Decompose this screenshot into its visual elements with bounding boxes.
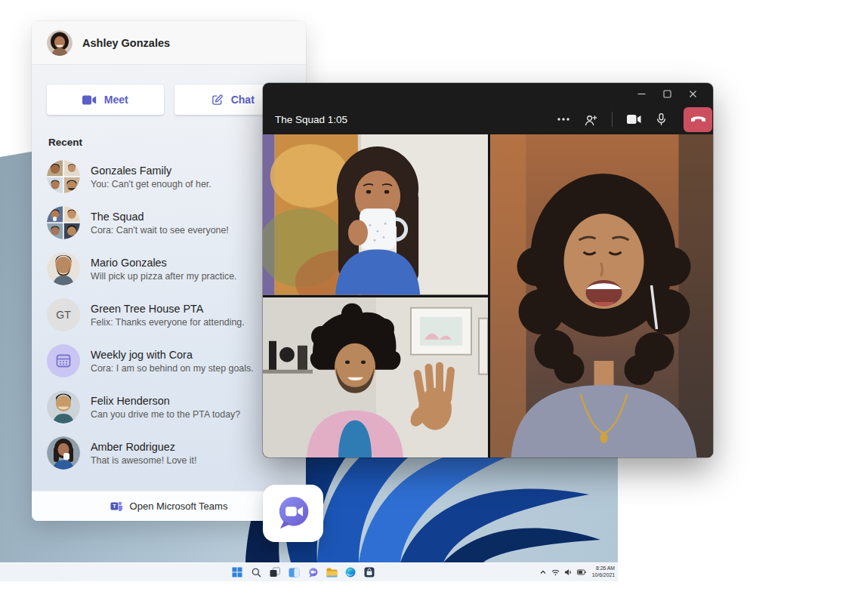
search-icon[interactable]	[250, 566, 262, 578]
battery-icon[interactable]	[577, 568, 586, 576]
clock[interactable]: 8:26 AM 10/6/2021	[591, 565, 615, 579]
panel-header: Ashley Gonzales	[32, 21, 306, 65]
video-tile-woman-with-mug[interactable]	[263, 134, 488, 295]
phone-down-icon	[691, 116, 705, 123]
user-avatar[interactable]	[47, 30, 73, 56]
video-call-window: The Squad 1:05	[263, 83, 713, 457]
wifi-icon[interactable]	[551, 568, 560, 576]
file-explorer-icon[interactable]	[326, 566, 338, 578]
taskbar: 8:26 AM 10/6/2021	[0, 562, 618, 581]
conversation-text: The Squad Cora: Can't wait to see everyo…	[91, 211, 229, 236]
chat-button-label: Chat	[231, 94, 255, 106]
user-name: Ashley Gonzales	[82, 37, 170, 49]
meet-button-label: Meet	[104, 94, 128, 106]
conversation-name: Felix Henderson	[91, 395, 240, 407]
initials-avatar: GT	[47, 298, 80, 331]
toolbar-divider	[612, 112, 613, 127]
call-controls	[553, 107, 712, 132]
maximize-icon[interactable]	[654, 85, 680, 103]
conversation-text: Amber Rodriguez That is awesome! Love it…	[91, 441, 197, 466]
group-avatar	[47, 206, 80, 239]
conversation-name: Mario Gonzales	[91, 257, 237, 269]
conversation-preview: You: Can't get enough of her.	[91, 179, 211, 189]
chat-bubble-video-icon	[274, 494, 312, 532]
tray-date: 10/6/2021	[592, 572, 615, 579]
person-avatar	[47, 390, 80, 424]
taskbar-center-icons	[231, 563, 375, 581]
svg-text:T: T	[113, 503, 116, 510]
call-title: The Squad 1:05	[275, 114, 553, 125]
conversation-preview: Cora: I am so behind on my step goals.	[91, 363, 254, 374]
conversation-text: Weekly jog with Cora Cora: I am so behin…	[91, 349, 254, 374]
compose-icon	[211, 94, 224, 106]
tray-time: 8:26 AM	[592, 565, 615, 572]
window-controls	[263, 83, 713, 104]
teams-chat-flyout-button[interactable]	[263, 485, 323, 542]
microphone-icon[interactable]	[650, 109, 671, 130]
conversation-preview: That is awesome! Love it!	[91, 455, 197, 466]
speaker-icon[interactable]	[564, 568, 573, 576]
conversation-name: Green Tree House PTA	[91, 303, 245, 315]
teams-chat-taskbar-icon[interactable]	[307, 566, 319, 578]
conversation-text: Green Tree House PTA Felix: Thanks every…	[91, 303, 245, 328]
add-people-icon[interactable]	[580, 109, 601, 130]
more-options-icon[interactable]	[553, 109, 574, 130]
chevron-up-icon[interactable]	[539, 568, 547, 576]
conversation-text: Mario Gonzales Will pick up pizza after …	[91, 257, 237, 282]
hang-up-button[interactable]	[684, 107, 712, 132]
video-tile-man-waving[interactable]	[263, 297, 488, 458]
conversation-preview: Will pick up pizza after my practice.	[91, 271, 237, 282]
call-toolbar: The Squad 1:05	[263, 104, 713, 134]
person-avatar	[47, 252, 80, 285]
store-icon[interactable]	[363, 566, 375, 578]
calendar-icon	[47, 344, 80, 377]
camera-on-icon[interactable]	[623, 109, 644, 130]
widgets-icon[interactable]	[288, 566, 300, 578]
open-teams-label: Open Microsoft Teams	[130, 500, 228, 512]
task-view-icon[interactable]	[269, 566, 281, 578]
teams-logo-icon: T	[110, 500, 123, 513]
conversation-preview: Can you drive me to the PTA today?	[91, 409, 240, 420]
meet-button[interactable]: Meet	[47, 85, 164, 115]
conversation-text: Gonzales Family You: Can't get enough of…	[91, 165, 211, 189]
conversation-preview: Cora: Can't wait to see everyone!	[91, 225, 229, 236]
video-tile-woman-laughing[interactable]	[490, 134, 713, 457]
start-button-icon[interactable]	[231, 566, 243, 578]
close-icon[interactable]	[680, 85, 705, 103]
minimize-icon[interactable]	[628, 85, 654, 103]
conversation-preview: Felix: Thanks everyone for attending.	[91, 317, 245, 328]
edge-browser-icon[interactable]	[344, 566, 357, 578]
video-camera-icon	[82, 94, 97, 106]
conversation-name: Gonzales Family	[91, 165, 211, 177]
system-tray: 8:26 AM 10/6/2021	[539, 563, 615, 581]
video-grid	[263, 134, 713, 457]
conversation-name: Amber Rodriguez	[91, 441, 197, 453]
conversation-name: The Squad	[91, 211, 229, 223]
group-avatar	[47, 160, 80, 193]
conversation-text: Felix Henderson Can you drive me to the …	[91, 395, 240, 420]
person-avatar	[47, 436, 80, 470]
conversation-name: Weekly jog with Cora	[91, 349, 254, 361]
